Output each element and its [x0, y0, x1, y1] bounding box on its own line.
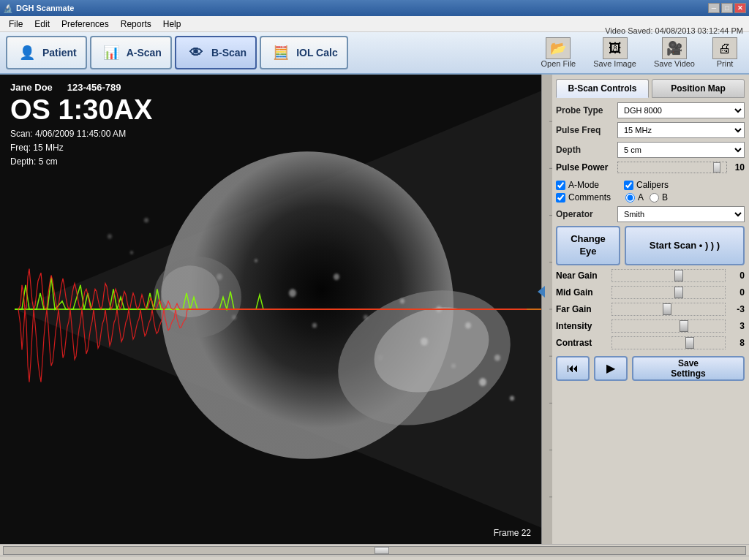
- caliper-b-radio-row: B: [650, 192, 668, 203]
- maximize-button[interactable]: □: [721, 3, 733, 13]
- svg-point-12: [255, 259, 257, 262]
- close-button[interactable]: ✕: [734, 3, 746, 13]
- svg-point-11: [232, 315, 236, 320]
- operator-select[interactable]: Smith Jones Doe: [617, 206, 745, 222]
- pulse-freq-select[interactable]: 15 MHz 10 MHz 20 MHz: [617, 122, 745, 138]
- depth-row: Depth 5 cm 4 cm 6 cm: [556, 142, 745, 158]
- checkbox-group: A-Mode Comments: [556, 180, 611, 203]
- near-gain-slider[interactable]: [611, 269, 726, 282]
- title-bar: 🔬 DGH Scanmate ─ □ ✕: [0, 0, 749, 16]
- svg-point-18: [400, 299, 404, 304]
- rewind-button[interactable]: ⏮: [556, 356, 590, 381]
- toolbar: 👤 Patient 📊 A-Scan 👁 B-Scan 🧮 IOL Calc 📂…: [0, 32, 749, 75]
- menu-help[interactable]: Help: [157, 18, 187, 31]
- svg-point-10: [217, 273, 222, 280]
- intensity-label: Intensity: [556, 321, 607, 331]
- iolcalc-button[interactable]: 🧮 IOL Calc: [260, 36, 348, 69]
- caliper-b-radio[interactable]: [650, 193, 659, 203]
- print-button[interactable]: 🖨 Print: [707, 36, 743, 69]
- patient-id: 123-456-789: [67, 82, 121, 93]
- save-video-button[interactable]: 🎥 Save Video: [648, 36, 701, 69]
- svg-point-7: [108, 234, 112, 239]
- scrollbar-track[interactable]: [3, 546, 746, 555]
- pulse-power-row: Pulse Power 10: [556, 162, 745, 173]
- panel-tabs: B-Scan Controls Position Map: [556, 79, 745, 98]
- status-bar: X: 524 Y: 344 0.0 fps: [0, 556, 749, 560]
- svg-point-21: [451, 363, 456, 368]
- pulse-freq-label: Pulse Freq: [556, 125, 613, 135]
- far-gain-row: Far Gain -3: [556, 303, 745, 316]
- tab-position-map[interactable]: Position Map: [652, 79, 745, 98]
- ascan-button[interactable]: 📊 A-Scan: [90, 36, 172, 69]
- svg-point-14: [312, 323, 317, 328]
- amode-label: A-Mode: [568, 180, 599, 190]
- app-title: DGH Scanmate: [16, 4, 74, 12]
- near-gain-label: Near Gain: [556, 270, 607, 281]
- tab-bscan-controls[interactable]: B-Scan Controls: [556, 79, 649, 98]
- probe-type-label: Probe Type: [556, 105, 613, 116]
- far-gain-slider[interactable]: [611, 303, 726, 316]
- iolcalc-icon: 🧮: [270, 42, 292, 64]
- probe-type-select[interactable]: DGH 8000 DGH 5000 DGH 4000: [617, 102, 745, 118]
- right-panel: B-Scan Controls Position Map Probe Type …: [552, 75, 749, 544]
- patient-button[interactable]: 👤 Patient: [6, 36, 87, 69]
- playback-row: ⏮ ▶ Save Settings: [556, 356, 745, 381]
- save-image-icon: 🖼: [603, 37, 628, 59]
- save-settings-button[interactable]: Save Settings: [632, 356, 745, 381]
- scan-label: OS 1:30AX: [10, 94, 152, 126]
- far-gain-value: -3: [730, 304, 745, 314]
- bscan-button[interactable]: 👁 B-Scan: [175, 36, 257, 69]
- intensity-value: 3: [730, 321, 745, 331]
- svg-point-23: [479, 378, 486, 386]
- mid-gain-value: 0: [730, 287, 745, 298]
- near-gain-value: 0: [730, 270, 745, 281]
- operator-row: Operator Smith Jones Doe: [556, 206, 745, 222]
- minimize-button[interactable]: ─: [708, 3, 720, 13]
- ruler-ticks: [542, 75, 552, 544]
- start-scan-button[interactable]: Start Scan • ) ) ): [625, 226, 745, 265]
- depth-select[interactable]: 5 cm 4 cm 6 cm: [617, 142, 745, 158]
- far-gain-label: Far Gain: [556, 304, 607, 314]
- controls-section: Probe Type DGH 8000 DGH 5000 DGH 4000 Pu…: [556, 102, 745, 381]
- mid-gain-slider[interactable]: [611, 286, 726, 299]
- svg-point-22: [465, 322, 471, 329]
- calipers-label: Calipers: [636, 180, 669, 190]
- contrast-slider[interactable]: [611, 336, 726, 349]
- patient-info: Jane Doe 123-456-789 OS 1:30AX Scan: 4/0…: [10, 82, 152, 170]
- svg-point-16: [364, 315, 368, 320]
- caliper-radio-group: A B: [625, 192, 669, 203]
- svg-point-24: [494, 355, 500, 361]
- menu-reports[interactable]: Reports: [115, 18, 157, 31]
- caliper-a-radio[interactable]: [625, 193, 635, 203]
- svg-point-9: [144, 218, 148, 223]
- intensity-slider[interactable]: [611, 319, 726, 333]
- calipers-checkbox-row: Calipers: [624, 180, 669, 190]
- menu-edit[interactable]: Edit: [29, 18, 56, 31]
- print-icon: 🖨: [712, 37, 737, 59]
- contrast-thumb: [685, 337, 694, 349]
- comments-checkbox[interactable]: [556, 193, 565, 203]
- svg-point-15: [334, 273, 339, 280]
- scan-depth: Depth: 5 cm: [10, 155, 152, 169]
- pulse-power-slider[interactable]: [617, 162, 727, 173]
- amode-checkbox[interactable]: [556, 181, 565, 190]
- pulse-freq-row: Pulse Freq 15 MHz 10 MHz 20 MHz: [556, 122, 745, 138]
- depth-label: Depth: [556, 145, 613, 155]
- patient-name: Jane Doe: [10, 82, 53, 93]
- caliper-b-label: B: [662, 192, 668, 203]
- far-gain-thumb: [663, 303, 671, 315]
- open-file-button[interactable]: 📂 Open File: [535, 36, 582, 69]
- mid-gain-thumb: [674, 287, 683, 298]
- svg-point-8: [130, 251, 133, 254]
- menu-preferences[interactable]: Preferences: [56, 18, 115, 31]
- scrollbar-thumb: [374, 547, 389, 554]
- change-eye-button[interactable]: Change Eye: [556, 226, 620, 265]
- calipers-checkbox[interactable]: [624, 181, 633, 190]
- pulse-power-value: 10: [731, 162, 745, 173]
- svg-point-25: [510, 396, 514, 401]
- play-button[interactable]: ▶: [594, 356, 628, 381]
- save-image-button[interactable]: 🖼 Save Image: [587, 36, 642, 69]
- comments-label: Comments: [568, 192, 611, 203]
- menu-file[interactable]: File: [3, 18, 29, 31]
- scan-area: Jane Doe 123-456-789 OS 1:30AX Scan: 4/0…: [0, 75, 541, 544]
